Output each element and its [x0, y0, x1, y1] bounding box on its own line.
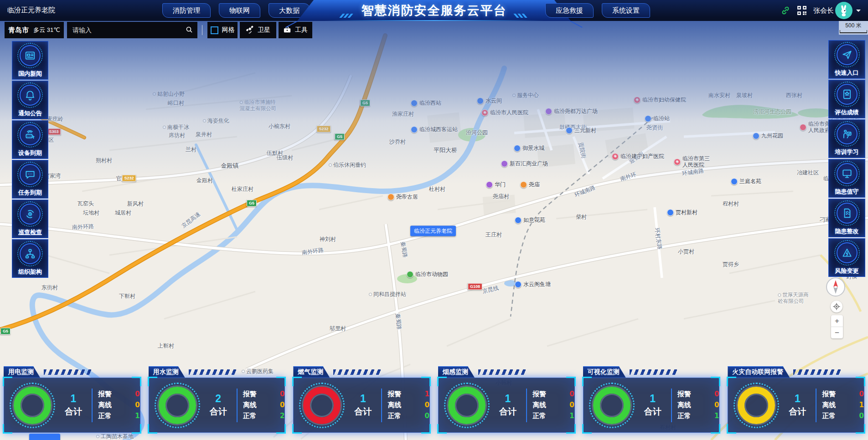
nav-fire-management[interactable]: 消防管理: [162, 3, 211, 18]
tools-button[interactable]: 工具: [279, 22, 312, 38]
total-count: 1: [345, 393, 381, 405]
panel-stats: 报警0离线0正常1: [98, 388, 140, 423]
stat-row: 正常0: [822, 412, 864, 420]
map-label: 西张村: [786, 92, 802, 98]
user-dropdown-caret[interactable]: [856, 0, 861, 21]
org-icon: [17, 241, 43, 266]
monitor-icon: [834, 161, 860, 186]
nav-emergency-rescue[interactable]: 应急救援: [545, 3, 594, 18]
search-icon[interactable]: [186, 26, 193, 35]
sidebar-item-label: 隐患值守: [835, 188, 859, 196]
map-poi: 临汾西站: [411, 100, 441, 107]
weather-label: 多云 31℃: [33, 26, 60, 34]
map-poi: +临汾建宁妇产医院: [612, 153, 664, 160]
map-label: 泉井村: [196, 131, 212, 138]
poi-marker-icon: +: [481, 109, 488, 116]
link-icon[interactable]: [780, 0, 790, 21]
road-shield-G5: G5: [335, 133, 345, 140]
sidebar-item-label: 评估成绩: [835, 108, 859, 117]
poi-label: 华门: [495, 182, 506, 188]
stat-row: 报警0: [822, 390, 864, 399]
poi-marker-icon: [545, 108, 552, 115]
map-label: 服务中心: [512, 92, 539, 98]
poi-marker-icon: [411, 100, 418, 107]
grid-checkbox[interactable]: [211, 26, 218, 34]
sidebar-item-bell[interactable]: 通知公告: [12, 81, 48, 119]
tools-label: 工具: [295, 26, 308, 34]
map-label: 世厚天源商砼有限公司: [778, 292, 809, 305]
stat-value: 0: [714, 401, 719, 409]
poi-marker-icon: [800, 124, 806, 131]
poi-marker-icon: +: [634, 97, 641, 103]
stat-label: 正常: [822, 412, 836, 420]
stat-label: 报警: [388, 390, 401, 399]
sidebar-item-doc[interactable]: 隐患整改: [828, 199, 865, 237]
poi-marker-icon: [407, 271, 413, 278]
patrol-icon: [17, 201, 43, 227]
poi-marker-icon: [515, 217, 522, 224]
sidebar-item-patrol[interactable]: 巡查检查: [12, 200, 48, 238]
stat-row: 正常1: [98, 412, 140, 420]
sidebar-item-training[interactable]: 培训学习: [828, 119, 865, 158]
compass-control[interactable]: [826, 277, 846, 299]
stat-label: 离线: [677, 401, 691, 409]
map-poi: 如意花苑: [515, 217, 545, 224]
panel-hatch-decor: [793, 369, 842, 375]
nav-left: 消防管理 物联网 大数据: [162, 3, 310, 18]
satellite-icon: [246, 26, 254, 35]
panel-hatch-decor: [44, 369, 92, 375]
map-label: 沙乔村: [389, 138, 406, 145]
sidebar-item-plane[interactable]: 快速入口: [828, 40, 865, 79]
poi-label: 新百汇商业广场: [510, 161, 548, 167]
map-toolbar: 青岛市 多云 31℃ 网格 卫星: [5, 22, 312, 38]
zoom-in-button[interactable]: +: [831, 315, 843, 327]
stat-row: 离线0: [677, 401, 719, 409]
stat-value: 1: [859, 401, 864, 409]
qr-code-icon[interactable]: [797, 0, 807, 21]
sidebar-item-badge[interactable]: 评估成绩: [828, 80, 865, 118]
sidebar-item-device[interactable]: 设备到期: [12, 120, 48, 159]
poi-label: 水云阁鱼塘: [523, 281, 551, 288]
nav-system-settings[interactable]: 系统设置: [602, 3, 650, 18]
zoom-out-button[interactable]: −: [831, 327, 843, 338]
cutoff-map-pill: [29, 434, 60, 440]
locate-button[interactable]: [831, 301, 842, 312]
satellite-button[interactable]: 卫星: [240, 22, 276, 38]
total-count: 1: [779, 393, 816, 405]
map-label: 新风村: [127, 200, 144, 207]
sidebar-item-news[interactable]: 国内新闻: [12, 41, 48, 80]
sidebar-item-monitor[interactable]: 隐患值守: [828, 159, 865, 198]
panel-stats: 报警0离线0正常1: [677, 388, 719, 423]
stat-value: 0: [135, 390, 140, 399]
grid-toggle[interactable]: 网格: [207, 22, 238, 38]
map-label: 小榆东村: [269, 123, 290, 129]
sidebar-item-warning[interactable]: 风险变更: [828, 238, 865, 277]
user-name[interactable]: 张会长: [813, 0, 834, 21]
sidebar-item-org[interactable]: 组织架构: [12, 239, 48, 278]
poi-label: 临汾市动物园: [415, 271, 448, 278]
poi-label: 九州花园: [761, 133, 783, 139]
poi-marker-icon: +: [612, 153, 619, 160]
avatar[interactable]: [835, 0, 852, 21]
facility-marker-pill[interactable]: 临汾正元养老院: [410, 226, 456, 236]
road-shield-G5: G5: [247, 200, 257, 207]
panel-stats: 报警1离线0正常0: [388, 388, 429, 423]
search-input[interactable]: [72, 26, 182, 34]
map-poi: 临汾城西客运站: [411, 126, 458, 133]
nav-iot[interactable]: 物联网: [219, 3, 260, 18]
panel-divider: [381, 389, 382, 422]
stat-label: 正常: [677, 412, 691, 420]
panel-divider: [92, 389, 93, 422]
stat-value: 0: [569, 401, 574, 409]
map-poi: 水云间: [477, 97, 502, 104]
top-header: 临汾正元养老院 消防管理 物联网 大数据 智慧消防安全服务云平台 应急救援 系统…: [0, 0, 868, 21]
poi-dot-icon: [512, 94, 516, 97]
corner-bracket: [132, 377, 141, 386]
stat-label: 正常: [388, 412, 401, 420]
app-root: 姑射山小野峪口村临汾市博施特混凝土有限公司海姿焦化麦疙岭南极干冰龙祠泉源保护区席…: [0, 0, 868, 440]
zoom-control: + −: [831, 315, 843, 338]
sidebar-item-task[interactable]: 任务到期: [12, 160, 48, 199]
poi-marker-icon: [411, 126, 418, 133]
sidebar-right: 快速入口 评估成绩 培训学习 隐患值守 隐患整改 风险变更: [828, 40, 865, 277]
map-label: 东街村: [41, 284, 58, 291]
